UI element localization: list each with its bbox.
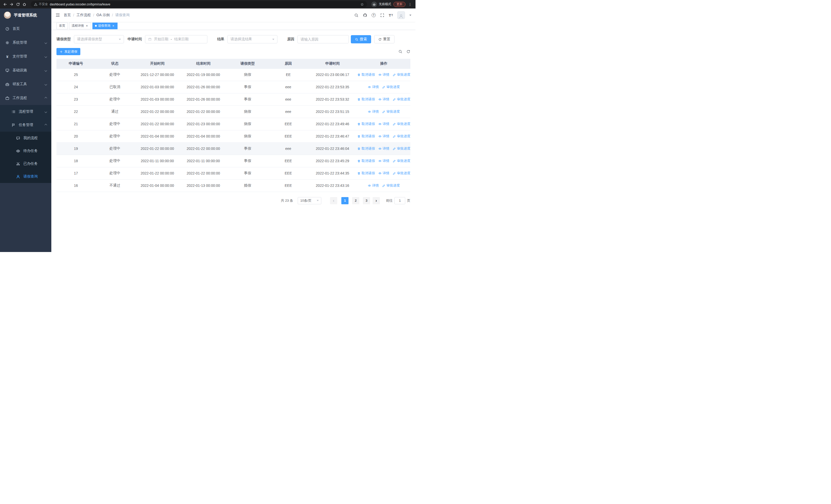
cancel-leave-link[interactable]: 取消请假	[357, 146, 375, 151]
reset-button[interactable]: 重置	[374, 35, 395, 43]
chevron-up-icon	[45, 97, 47, 99]
cell-reason: EEE	[269, 167, 308, 179]
app-logo: 芋道管理系统	[0, 8, 51, 22]
page-button-3[interactable]: 3	[363, 197, 370, 204]
forward-arrow-icon[interactable]	[9, 2, 13, 6]
sidebar-item-workflow[interactable]: 工作流程	[0, 91, 51, 105]
approval-progress-link[interactable]: 审批进度	[393, 146, 410, 151]
tab-home[interactable]: 首页	[56, 23, 68, 29]
cell-apply-id: 18	[56, 155, 95, 167]
close-icon[interactable]: ×	[85, 24, 89, 27]
sidebar-item-home[interactable]: 首页	[0, 22, 51, 36]
sidebar-item-system-management[interactable]: 系统管理	[0, 36, 51, 50]
detail-link[interactable]: 详情	[368, 109, 379, 114]
cancel-leave-link[interactable]: 取消请假	[357, 72, 375, 77]
sidebar-item-todo-tasks[interactable]: 待办任务	[0, 145, 51, 157]
goto-page-input[interactable]	[395, 197, 405, 204]
breadcrumb-separator: /	[93, 13, 94, 17]
search-button[interactable]: 搜索	[351, 35, 371, 43]
pagination: 共 23 条 10条/页 ‹ 1 2 3 › 前往 页	[56, 197, 410, 204]
detail-link[interactable]: 详情	[378, 72, 389, 77]
cell-apply-id: 24	[56, 81, 95, 93]
approval-progress-link[interactable]: 审批进度	[393, 158, 410, 163]
github-icon[interactable]	[363, 13, 367, 18]
close-icon[interactable]: ×	[112, 24, 115, 27]
incognito-badge: 无痕模式	[371, 2, 391, 7]
approval-progress-link[interactable]: 审批进度	[393, 134, 410, 139]
prev-page-button[interactable]: ‹	[330, 197, 337, 204]
cancel-leave-link[interactable]: 取消请假	[357, 171, 375, 176]
detail-link[interactable]: 详情	[378, 97, 389, 101]
cancel-leave-link[interactable]: 取消请假	[357, 122, 375, 126]
reload-icon[interactable]	[16, 2, 20, 6]
reason-input[interactable]	[297, 35, 349, 43]
refresh-icon[interactable]	[406, 50, 410, 54]
cell-apply-time: 2022-01-22 23:45:29	[308, 155, 357, 167]
result-select[interactable]: 请选择流结果	[227, 35, 278, 43]
detail-link[interactable]: 详情	[378, 146, 389, 151]
approval-progress-link[interactable]: 审批进度	[382, 109, 400, 114]
sidebar-item-leave-query[interactable]: 请假查询	[0, 170, 51, 183]
sidebar-item-infrastructure[interactable]: 基础设施	[0, 63, 51, 77]
approval-progress-link[interactable]: 审批进度	[393, 72, 410, 77]
approval-progress-link[interactable]: 审批进度	[393, 122, 410, 126]
cell-status: 处理中	[95, 142, 135, 155]
fullscreen-icon[interactable]	[380, 13, 384, 18]
back-arrow-icon[interactable]	[3, 2, 7, 6]
page-size-select[interactable]: 10条/页	[298, 197, 321, 204]
detail-link[interactable]: 详情	[368, 183, 379, 188]
cell-leave-type: 婚假	[226, 179, 269, 192]
approval-progress-link[interactable]: 审批进度	[382, 183, 400, 188]
approval-progress-link[interactable]: 审批进度	[393, 97, 410, 101]
create-leave-button[interactable]: 发起请假	[56, 48, 80, 55]
page-button-2[interactable]: 2	[352, 197, 359, 204]
breadcrumb-item[interactable]: OA 示例	[96, 13, 110, 18]
sidebar-item-process-management[interactable]: 流程管理	[0, 105, 51, 118]
column-header: 原因	[269, 59, 308, 68]
sidebar-item-payment-management[interactable]: ¥ 支付管理	[0, 50, 51, 63]
leave-type-select[interactable]: 请选择请假类型	[74, 35, 124, 43]
sidebar-item-done-tasks[interactable]: 已办任务	[0, 157, 51, 170]
column-header: 操作	[357, 59, 410, 68]
breadcrumb-item[interactable]: 首页	[64, 13, 71, 18]
cell-reason: eee	[269, 93, 308, 106]
eye-icon	[378, 159, 382, 163]
search-toggle-icon[interactable]	[398, 50, 402, 54]
browser-update-button[interactable]: 更新	[394, 2, 405, 7]
sidebar-toggle-icon[interactable]	[55, 13, 60, 18]
pen-icon	[393, 147, 396, 150]
breadcrumb-item[interactable]: 工作流程	[77, 13, 91, 18]
font-size-icon[interactable]: TT	[389, 13, 393, 18]
url-bar[interactable]: 不安全 dashboard.yudao.iocoder.cn/bpm/oa/le…	[31, 1, 367, 7]
search-icon[interactable]	[354, 13, 359, 18]
tab-process-detail[interactable]: 流程详情 ×	[69, 23, 91, 29]
detail-link[interactable]: 详情	[378, 122, 389, 126]
cancel-leave-link[interactable]: 取消请假	[357, 134, 375, 139]
page-button-1[interactable]: 1	[341, 197, 348, 204]
cell-apply-time: 2022-01-22 23:46:04	[308, 142, 357, 155]
chevron-down-icon[interactable]	[409, 14, 411, 16]
date-range-picker[interactable]: 开始日期 - 结束日期	[145, 35, 207, 43]
cancel-leave-link[interactable]: 取消请假	[357, 158, 375, 163]
browser-menu-icon[interactable]: ⋮	[408, 2, 412, 6]
detail-link[interactable]: 详情	[368, 85, 379, 89]
detail-link[interactable]: 详情	[378, 171, 389, 176]
cell-leave-type: 事假	[226, 81, 269, 93]
approval-progress-link[interactable]: 审批进度	[393, 171, 410, 176]
next-page-button[interactable]: ›	[373, 197, 380, 204]
home-icon[interactable]	[22, 2, 26, 6]
detail-link[interactable]: 详情	[378, 158, 389, 163]
help-icon[interactable]: ?	[372, 13, 376, 17]
security-warning[interactable]: 不安全	[34, 2, 48, 6]
detail-link[interactable]: 详情	[378, 134, 389, 139]
sidebar-item-my-processes[interactable]: 我的流程	[0, 131, 51, 145]
tab-leave-query[interactable]: 请假查询 ×	[92, 23, 118, 29]
cell-leave-type: 事假	[226, 142, 269, 155]
bookmark-star-icon[interactable]	[360, 3, 364, 6]
cancel-leave-link[interactable]: 取消请假	[357, 97, 375, 101]
sidebar-item-task-management[interactable]: 任务管理	[0, 118, 51, 131]
approval-progress-link[interactable]: 审批进度	[382, 85, 400, 89]
table-row: 21 处理中 2022-01-22 00:00:00 2022-01-23 00…	[56, 118, 410, 130]
avatar[interactable]	[397, 11, 405, 19]
sidebar-item-dev-tools[interactable]: 研发工具	[0, 77, 51, 91]
